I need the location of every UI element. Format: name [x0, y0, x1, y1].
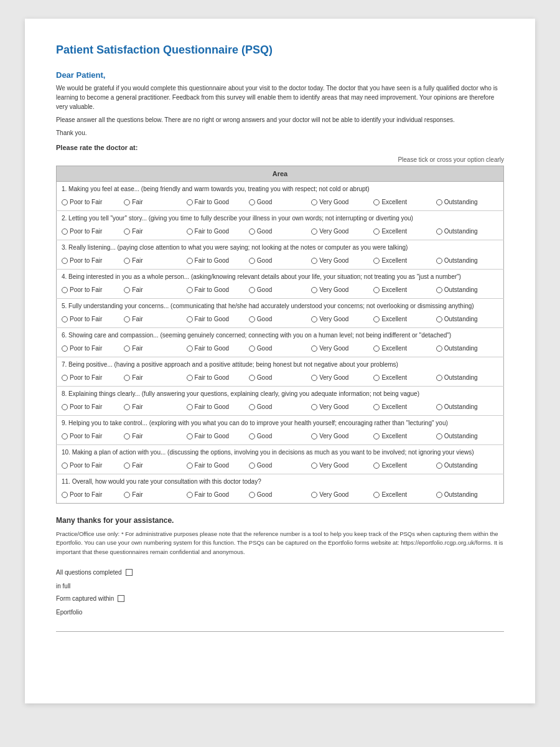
option-4-7[interactable]: Outstanding — [436, 286, 498, 293]
radio-circle[interactable] — [436, 375, 442, 381]
radio-circle[interactable] — [249, 345, 255, 352]
radio-circle[interactable] — [311, 199, 317, 205]
option-3-5[interactable]: Very Good — [311, 257, 373, 264]
option-3-2[interactable]: Fair — [124, 257, 186, 264]
radio-circle[interactable] — [373, 463, 380, 469]
radio-circle[interactable] — [436, 463, 442, 469]
option-9-5[interactable]: Very Good — [311, 433, 373, 439]
radio-circle[interactable] — [62, 316, 68, 322]
option-8-7[interactable]: Outstanding — [436, 403, 498, 410]
radio-circle[interactable] — [249, 404, 255, 410]
radio-circle[interactable] — [311, 404, 317, 410]
radio-circle[interactable] — [124, 345, 130, 352]
option-3-7[interactable]: Outstanding — [436, 257, 498, 264]
option-4-6[interactable]: Excellent — [373, 286, 436, 293]
radio-circle[interactable] — [187, 287, 193, 293]
radio-circle[interactable] — [124, 492, 130, 498]
radio-circle[interactable] — [187, 316, 193, 322]
option-5-3[interactable]: Fair to Good — [187, 316, 249, 322]
option-10-7[interactable]: Outstanding — [436, 462, 498, 469]
option-3-6[interactable]: Excellent — [373, 257, 436, 264]
radio-circle[interactable] — [373, 287, 380, 293]
radio-circle[interactable] — [436, 492, 442, 498]
radio-circle[interactable] — [373, 404, 380, 410]
option-4-5[interactable]: Very Good — [311, 286, 373, 293]
radio-circle[interactable] — [373, 258, 380, 264]
option-8-3[interactable]: Fair to Good — [187, 403, 249, 410]
radio-circle[interactable] — [311, 463, 317, 469]
option-1-3[interactable]: Fair to Good — [187, 199, 249, 205]
option-1-7[interactable]: Outstanding — [436, 199, 498, 205]
option-11-3[interactable]: Fair to Good — [187, 491, 249, 498]
option-10-5[interactable]: Very Good — [311, 462, 373, 469]
option-10-3[interactable]: Fair to Good — [187, 462, 249, 469]
radio-circle[interactable] — [311, 433, 317, 439]
radio-circle[interactable] — [373, 316, 380, 322]
radio-circle[interactable] — [311, 258, 317, 264]
option-2-7[interactable]: Outstanding — [436, 228, 498, 235]
radio-circle[interactable] — [124, 287, 130, 293]
option-6-6[interactable]: Excellent — [373, 345, 436, 352]
option-7-7[interactable]: Outstanding — [436, 374, 498, 381]
option-7-2[interactable]: Fair — [124, 374, 186, 381]
option-3-3[interactable]: Fair to Good — [187, 257, 249, 264]
radio-circle[interactable] — [62, 228, 68, 235]
option-6-1[interactable]: Poor to Fair — [62, 345, 124, 352]
option-4-3[interactable]: Fair to Good — [187, 286, 249, 293]
option-10-4[interactable]: Good — [249, 462, 311, 469]
option-8-5[interactable]: Very Good — [311, 403, 373, 410]
option-8-6[interactable]: Excellent — [373, 403, 436, 410]
radio-circle[interactable] — [124, 258, 130, 264]
radio-circle[interactable] — [124, 228, 130, 235]
option-2-4[interactable]: Good — [249, 228, 311, 235]
radio-circle[interactable] — [187, 258, 193, 264]
radio-circle[interactable] — [187, 433, 193, 439]
radio-circle[interactable] — [436, 433, 442, 439]
radio-circle[interactable] — [373, 375, 380, 381]
radio-circle[interactable] — [249, 433, 255, 439]
radio-circle[interactable] — [311, 492, 317, 498]
option-2-3[interactable]: Fair to Good — [187, 228, 249, 235]
radio-circle[interactable] — [373, 228, 380, 235]
radio-circle[interactable] — [311, 375, 317, 381]
option-9-2[interactable]: Fair — [124, 433, 186, 439]
radio-circle[interactable] — [187, 199, 193, 205]
radio-circle[interactable] — [311, 287, 317, 293]
radio-circle[interactable] — [62, 492, 68, 498]
checkbox-1[interactable] — [126, 569, 133, 576]
option-9-3[interactable]: Fair to Good — [187, 433, 249, 439]
radio-circle[interactable] — [249, 258, 255, 264]
radio-circle[interactable] — [311, 345, 317, 352]
radio-circle[interactable] — [62, 287, 68, 293]
radio-circle[interactable] — [373, 345, 380, 352]
radio-circle[interactable] — [436, 199, 442, 205]
radio-circle[interactable] — [62, 463, 68, 469]
radio-circle[interactable] — [62, 345, 68, 352]
option-11-1[interactable]: Poor to Fair — [62, 491, 124, 498]
option-3-1[interactable]: Poor to Fair — [62, 257, 124, 264]
radio-circle[interactable] — [436, 258, 442, 264]
radio-circle[interactable] — [249, 228, 255, 235]
radio-circle[interactable] — [311, 228, 317, 235]
option-5-1[interactable]: Poor to Fair — [62, 316, 124, 322]
radio-circle[interactable] — [187, 404, 193, 410]
option-10-2[interactable]: Fair — [124, 462, 186, 469]
option-9-6[interactable]: Excellent — [373, 433, 436, 439]
option-6-5[interactable]: Very Good — [311, 345, 373, 352]
radio-circle[interactable] — [62, 404, 68, 410]
option-1-6[interactable]: Excellent — [373, 199, 436, 205]
option-9-1[interactable]: Poor to Fair — [62, 433, 124, 439]
checkbox-2[interactable] — [118, 595, 124, 602]
option-11-2[interactable]: Fair — [124, 491, 186, 498]
option-3-4[interactable]: Good — [249, 257, 311, 264]
radio-circle[interactable] — [124, 375, 130, 381]
radio-circle[interactable] — [436, 316, 442, 322]
radio-circle[interactable] — [436, 287, 442, 293]
option-7-5[interactable]: Very Good — [311, 374, 373, 381]
option-9-4[interactable]: Good — [249, 433, 311, 439]
radio-circle[interactable] — [124, 433, 130, 439]
radio-circle[interactable] — [187, 375, 193, 381]
radio-circle[interactable] — [249, 375, 255, 381]
radio-circle[interactable] — [187, 345, 193, 352]
radio-circle[interactable] — [436, 345, 442, 352]
